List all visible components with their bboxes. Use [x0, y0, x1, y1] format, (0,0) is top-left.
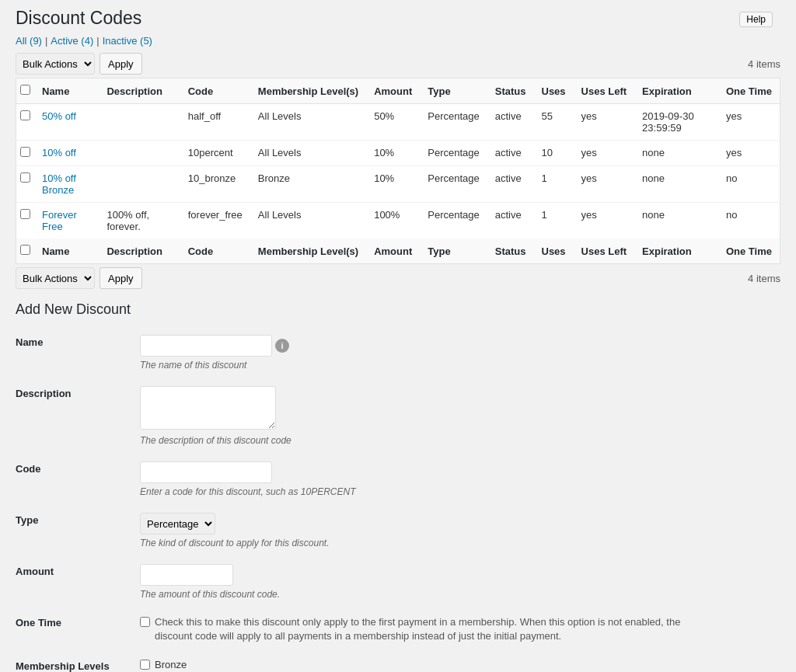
discount-name-link-1[interactable]: 10% off: [42, 147, 76, 158]
cell-uses-1: 10: [534, 141, 574, 166]
column-uses-foot: Uses: [534, 239, 574, 264]
cell-uses-0: 55: [534, 104, 574, 141]
level-bronze: Bronze: [140, 659, 780, 670]
add-new-discount-title: Add New Discount: [16, 301, 780, 318]
filter-active[interactable]: Active (4): [51, 35, 93, 47]
column-status: Status: [487, 78, 534, 104]
membership-levels-list: Bronze Silver Gold: [140, 659, 780, 672]
cell-description-0: [99, 104, 180, 141]
cell-uses-3: 1: [534, 203, 574, 239]
discount-name-link-2[interactable]: 10% off Bronze: [42, 172, 76, 196]
column-description-foot: Description: [99, 239, 180, 264]
apply-button-bottom[interactable]: Apply: [100, 267, 142, 289]
help-button[interactable]: Help: [739, 12, 773, 27]
table-header-row: Name Description Code Membership Level(s…: [16, 78, 780, 104]
name-input[interactable]: [140, 335, 272, 357]
one-time-check-row: Check this to make this discount only ap…: [140, 615, 780, 643]
type-select[interactable]: Percentage Flat: [140, 513, 215, 534]
cell-name-0: 50% off: [34, 104, 99, 141]
column-uses: Uses: [534, 78, 574, 104]
filter-inactive[interactable]: Inactive (5): [103, 35, 152, 47]
row-checkbox-3[interactable]: [20, 209, 30, 219]
code-input[interactable]: [140, 461, 272, 483]
discount-table: Name Description Code Membership Level(s…: [16, 78, 780, 264]
name-input-wrapper: i: [140, 335, 780, 357]
type-description: The kind of discount to apply for this d…: [140, 538, 780, 548]
column-cb: [16, 78, 35, 104]
row-checkbox-0[interactable]: [20, 110, 30, 120]
form-row-amount: Amount The amount of this discount code.: [16, 556, 780, 608]
bulk-actions-select-bottom[interactable]: Bulk Actions Delete: [16, 267, 95, 289]
discount-name-link-0[interactable]: 50% off: [42, 110, 76, 122]
column-status-foot: Status: [487, 239, 534, 264]
filter-links: All (9) | Active (4) | Inactive (5): [16, 35, 780, 47]
tablenav-left-bottom: Bulk Actions Delete Apply: [16, 267, 142, 289]
table-footer-row: Name Description Code Membership Level(s…: [16, 239, 780, 264]
column-one-time-foot: One Time: [718, 239, 780, 264]
description-input[interactable]: [140, 386, 276, 430]
column-expiration: Expiration: [634, 78, 718, 104]
bulk-actions-select-top[interactable]: Bulk Actions Delete: [16, 53, 95, 75]
select-all-checkbox-top[interactable]: [20, 85, 30, 95]
form-row-membership-levels: Membership Levels Bronze Silver: [16, 651, 780, 672]
amount-description: The amount of this discount code.: [140, 589, 780, 600]
table-row: Forever Free 100% off, forever. forever_…: [16, 203, 780, 239]
cell-type-2: Percentage: [420, 166, 487, 203]
cell-type-1: Percentage: [420, 141, 487, 166]
name-info-icon[interactable]: i: [275, 339, 289, 353]
column-code: Code: [180, 78, 250, 104]
cell-membership-1: All Levels: [250, 141, 366, 166]
tablenav-bottom: Bulk Actions Delete Apply 4 items: [16, 267, 780, 289]
column-cb-foot: [16, 239, 35, 264]
cell-uses-left-0: yes: [574, 104, 635, 141]
cell-type-0: Percentage: [420, 104, 487, 141]
table-row: 10% off 10percent All Levels 10% Percent…: [16, 141, 780, 166]
add-discount-form: Name i The name of this discount Descrip…: [16, 327, 780, 672]
cell-name-2: 10% off Bronze: [34, 166, 99, 203]
column-amount-foot: Amount: [366, 239, 420, 264]
table-row: 50% off half_off All Levels 50% Percenta…: [16, 104, 780, 141]
cell-name-1: 10% off: [34, 141, 99, 166]
form-label-code: Code: [16, 454, 140, 505]
form-row-description: Description The description of this disc…: [16, 378, 780, 454]
bronze-checkbox[interactable]: [140, 660, 150, 670]
cell-name-3: Forever Free: [34, 203, 99, 239]
cell-expiration-2: none: [634, 166, 718, 203]
cell-one-time-1: yes: [718, 141, 780, 166]
cell-description-3: 100% off, forever.: [99, 203, 180, 239]
cell-uses-left-2: yes: [574, 166, 635, 203]
cell-amount-3: 100%: [366, 203, 420, 239]
cell-code-1: 10percent: [180, 141, 250, 166]
column-amount: Amount: [366, 78, 420, 104]
apply-button-top[interactable]: Apply: [100, 53, 142, 75]
row-checkbox-1[interactable]: [20, 147, 30, 157]
tablenav-top: Bulk Actions Delete Apply 4 items: [16, 53, 780, 75]
form-row-name: Name i The name of this discount: [16, 327, 780, 378]
column-description: Description: [99, 78, 180, 104]
cell-type-3: Percentage: [420, 203, 487, 239]
cell-code-3: forever_free: [180, 203, 250, 239]
cell-status-3: active: [487, 203, 534, 239]
form-label-name: Name: [16, 327, 140, 378]
tablenav-left-top: Bulk Actions Delete Apply: [16, 53, 142, 75]
name-description: The name of this discount: [140, 360, 780, 371]
filter-all[interactable]: All (9): [16, 35, 42, 47]
items-count-bottom: 4 items: [748, 273, 780, 284]
discount-name-link-3[interactable]: Forever Free: [42, 209, 77, 232]
cell-status-0: active: [487, 104, 534, 141]
amount-input[interactable]: [140, 564, 233, 586]
cell-expiration-0: 2019-09-30 23:59:59: [634, 104, 718, 141]
form-label-amount: Amount: [16, 556, 140, 608]
table-row: 10% off Bronze 10_bronze Bronze 10% Perc…: [16, 166, 780, 203]
select-all-checkbox-bottom[interactable]: [20, 245, 30, 255]
form-label-type: Type: [16, 505, 140, 556]
cell-uses-left-1: yes: [574, 141, 635, 166]
cell-description-2: [99, 166, 180, 203]
bronze-label: Bronze: [155, 659, 187, 670]
one-time-checkbox-label: Check this to make this discount only ap…: [155, 615, 699, 643]
page-title: Discount Codes: [16, 8, 141, 29]
cell-one-time-0: yes: [718, 104, 780, 141]
one-time-checkbox[interactable]: [140, 617, 150, 627]
row-checkbox-2[interactable]: [20, 172, 30, 183]
form-row-code: Code Enter a code for this discount, suc…: [16, 454, 780, 505]
